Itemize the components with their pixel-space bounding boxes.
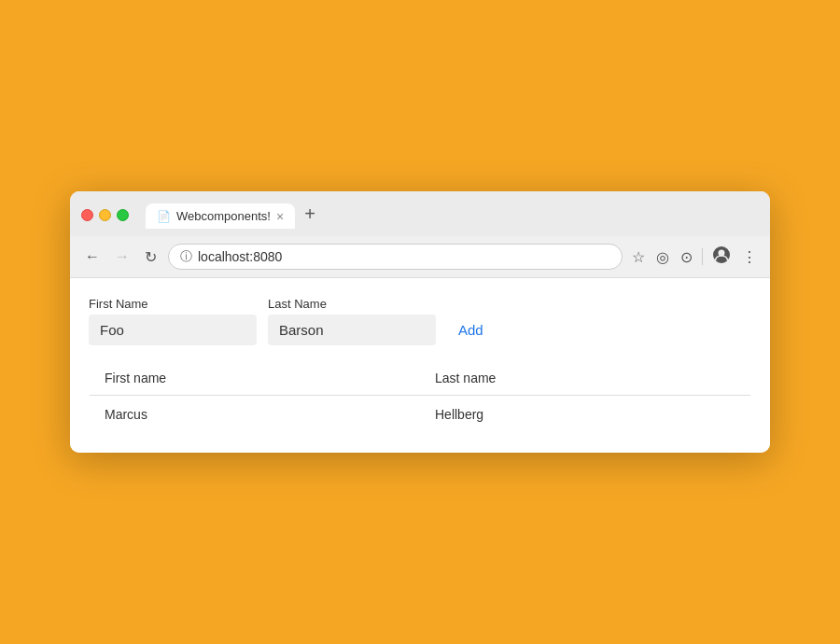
last-name-input[interactable]: [268, 315, 436, 345]
url-display: localhost:8080: [198, 249, 282, 264]
add-button[interactable]: Add: [447, 315, 495, 345]
page-content: First Name Last Name Add First name Last…: [70, 278, 770, 453]
first-name-label: First Name: [89, 297, 257, 311]
back-button[interactable]: ←: [81, 246, 104, 267]
address-bar-input-wrap[interactable]: ⓘ localhost:8080: [168, 244, 623, 270]
title-bar: 📄 Webcomponents! × +: [70, 191, 770, 236]
tab-page-icon: 📄: [157, 210, 171, 223]
last-name-label: Last Name: [268, 297, 436, 311]
tab-close-button[interactable]: ×: [276, 210, 284, 223]
table-row: MarcusHellberg: [90, 396, 751, 434]
active-tab[interactable]: 📄 Webcomponents! ×: [146, 203, 295, 229]
last-name-field-group: Last Name: [268, 297, 436, 345]
bookmark-button[interactable]: ☆: [630, 246, 647, 268]
column-header-first-name: First name: [90, 361, 421, 396]
info-icon: ⓘ: [180, 248, 192, 265]
tab-label: Webcomponents!: [176, 209, 271, 223]
first-name-field-group: First Name: [89, 297, 257, 345]
account-button[interactable]: [710, 244, 733, 270]
table-header: First name Last name: [90, 361, 751, 396]
address-bar: ← → ↻ ⓘ localhost:8080 ☆ ◎ ⊙ ⋮: [70, 236, 770, 278]
reload-button[interactable]: ↻: [141, 246, 161, 268]
forward-button[interactable]: →: [111, 246, 133, 267]
first-name-input[interactable]: [89, 315, 257, 345]
close-window-button[interactable]: [81, 209, 93, 221]
browser-window: 📄 Webcomponents! × + ← → ↻ ⓘ localhost:8…: [70, 191, 770, 453]
table-body: MarcusHellberg: [90, 396, 751, 434]
minimize-window-button[interactable]: [99, 209, 111, 221]
cell-first-name: Marcus: [90, 396, 421, 434]
extensions-button[interactable]: ◎: [654, 246, 671, 268]
toolbar-divider: [702, 248, 703, 265]
column-header-last-name: Last name: [420, 361, 751, 396]
cell-last-name: Hellberg: [420, 396, 751, 434]
maximize-window-button[interactable]: [117, 209, 129, 221]
new-tab-button[interactable]: +: [297, 201, 323, 227]
traffic-lights: [81, 209, 129, 221]
toolbar-right: ☆ ◎ ⊙ ⋮: [630, 244, 759, 270]
data-table: First name Last name MarcusHellberg: [89, 360, 751, 434]
menu-button[interactable]: ⋮: [740, 246, 759, 268]
input-form: First Name Last Name Add: [89, 297, 751, 345]
tab-bar: 📄 Webcomponents! × +: [146, 201, 759, 229]
sync-button[interactable]: ⊙: [679, 246, 694, 268]
